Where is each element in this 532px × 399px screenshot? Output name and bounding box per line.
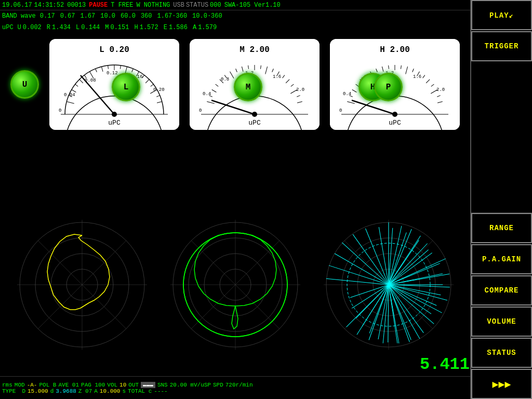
t-display: T FREE — [111, 2, 133, 9]
big-value-display: 5.411 — [420, 355, 470, 374]
usb-display: USB — [173, 2, 184, 9]
svg-text:L 0.20: L 0.20 — [99, 45, 129, 55]
polar-cyan — [318, 215, 459, 357]
rms-label: rms — [2, 382, 12, 388]
svg-text:0: 0 — [199, 108, 202, 113]
polar-section — [0, 203, 470, 369]
total-label: TOTAL c — [128, 388, 152, 394]
upc-h-key: H — [134, 24, 138, 31]
arrows-button[interactable]: ▶▶▶ — [471, 369, 532, 399]
mod-label: MOD — [15, 382, 25, 388]
status-btn-label: STATUS — [487, 349, 516, 357]
svg-text:0.12: 0.12 — [107, 71, 118, 76]
a-label2: A — [94, 388, 98, 394]
date-display: 19.06.17 — [2, 2, 32, 9]
w-display: W NOTHING — [136, 2, 170, 9]
upc-u-val: 0.002 — [23, 24, 42, 31]
svg-text:0.20: 0.20 — [153, 87, 165, 92]
time-display: 14:31:52 — [34, 2, 64, 9]
volume-label: VOLUME — [487, 317, 516, 326]
upc-h-val: 1.572 — [140, 24, 158, 31]
svg-text:H 2.00: H 2.00 — [380, 45, 410, 55]
compare-label: COMPARE — [485, 286, 519, 295]
svg-text:uPC: uPC — [108, 119, 121, 127]
band-label: BAND wave — [2, 12, 36, 20]
sidebar: PLAY↙ TRIGGER RANGE P.A.GAIN COMPARE VOL… — [470, 0, 532, 399]
upc-a-key: A — [193, 24, 196, 31]
band-v7: 1.67·360 — [157, 12, 187, 20]
status-label: STATUS — [186, 2, 208, 9]
upc-r-val: 1.434 — [52, 24, 71, 31]
z-label: Z 07 — [78, 388, 92, 394]
svg-text:uPC: uPC — [248, 119, 261, 127]
a-val: 10.000 — [100, 388, 121, 394]
svg-text:0.4: 0.4 — [343, 91, 351, 97]
spd-label: SPD — [213, 382, 223, 388]
play-label: PLAY↙ — [489, 11, 514, 20]
circle-btn-p-label: P — [386, 83, 391, 92]
gauge-section: U — [0, 34, 470, 135]
band-v8: 10.0·360 — [192, 12, 222, 20]
upc-e-val: 1.586 — [169, 24, 188, 31]
version-display: SWA-105 Ver1.10 — [224, 2, 281, 9]
big-value-text: 5.411 — [420, 355, 470, 374]
circle-btn-p[interactable]: P — [374, 73, 403, 101]
out-box: ▬▬▬ — [141, 382, 155, 388]
range-button[interactable]: RANGE — [471, 213, 532, 243]
volume-button[interactable]: VOLUME — [471, 307, 532, 337]
spd-val: 720r/min — [225, 382, 253, 388]
band-v6: 360 — [141, 12, 152, 20]
svg-text:0.4: 0.4 — [203, 91, 211, 97]
band-v1: 0.17 — [40, 12, 55, 20]
pa-gain-label: P.A.GAIN — [482, 255, 521, 263]
header-area: 19.06.17 14:31:52 00013 PAUSE T FREE W N… — [0, 0, 470, 34]
upc-a-val: 1.579 — [198, 24, 217, 31]
compare-button[interactable]: COMPARE — [471, 275, 532, 305]
trigger-label: TRIGGER — [485, 42, 519, 50]
d-label2: d — [50, 388, 54, 394]
polar-green — [165, 215, 305, 357]
sns-val: 20.00 mV/uSP — [170, 382, 211, 388]
total-val: ---- — [154, 388, 167, 394]
ave-label: AVE 01 — [58, 382, 79, 388]
svg-text:uPC: uPC — [389, 119, 401, 127]
band-row: BAND wave 0.17 0.67 1.67 10.0 60.0 360 1… — [0, 10, 470, 22]
out-label: OUT — [128, 382, 139, 388]
range-label: RANGE — [489, 224, 514, 232]
pause-display: PAUSE — [89, 2, 108, 9]
band-v2: 0.67 — [60, 12, 75, 20]
svg-text:M 2.00: M 2.00 — [240, 45, 270, 55]
vol-label: VOL — [107, 382, 117, 388]
pa-gain-button[interactable]: P.A.GAIN — [471, 244, 532, 274]
circle-btn-m[interactable]: M — [234, 73, 262, 101]
upc-label: uPC — [2, 24, 14, 31]
s-label: s — [122, 388, 126, 394]
status-button[interactable]: STATUS — [471, 338, 532, 368]
circle-btn-l[interactable]: L — [112, 73, 140, 101]
upc-l-val: 0.144 — [81, 24, 100, 31]
band-v3: 1.67 — [80, 12, 95, 20]
d-val: 15.000 — [28, 388, 48, 394]
svg-text:2.0: 2.0 — [296, 87, 304, 92]
pol-label: POL B — [39, 382, 56, 388]
pag-label: PAG 100 — [81, 382, 105, 388]
bottom-status: rms MOD -A- POL B AVE 01 PAG 100 VOL 10 … — [0, 376, 470, 399]
circle-btn-u[interactable]: U — [10, 70, 39, 99]
svg-text:1.6: 1.6 — [413, 74, 421, 79]
svg-text:1.6: 1.6 — [273, 74, 281, 79]
polar-yellow — [12, 215, 152, 357]
a-label: -A- — [27, 382, 37, 388]
upc-m-val: 0.151 — [110, 24, 129, 31]
id-display: 00013 — [67, 2, 86, 9]
svg-text:2.0: 2.0 — [436, 87, 445, 92]
circle-btn-l-label: L — [124, 83, 129, 92]
upc-e-key: E — [164, 24, 167, 31]
sns-label: SNS — [157, 382, 168, 388]
svg-text:0.04: 0.04 — [64, 92, 75, 98]
circle-btn-m-label: M — [246, 83, 251, 92]
play-button[interactable]: PLAY↙ — [471, 0, 532, 30]
trigger-button[interactable]: TRIGGER — [471, 31, 532, 61]
vol-val: 10 — [119, 382, 126, 388]
bottom-row1: rms MOD -A- POL B AVE 01 PAG 100 VOL 10 … — [2, 382, 468, 388]
upc-m-key: M — [105, 24, 109, 31]
